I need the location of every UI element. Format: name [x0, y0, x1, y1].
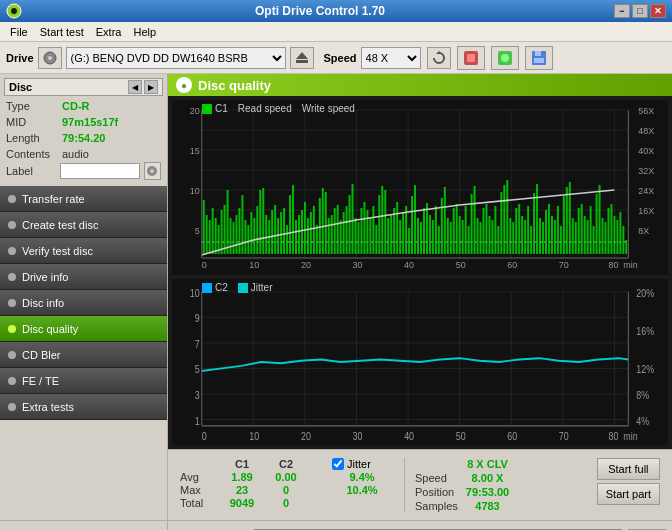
maximize-button[interactable]: □	[632, 4, 648, 18]
svg-rect-87	[298, 215, 300, 254]
label-settings-btn[interactable]	[144, 162, 161, 180]
nav-fe-te[interactable]: FE / TE	[0, 368, 167, 394]
svg-rect-162	[521, 216, 523, 254]
nav-create-test-disc[interactable]: Create test disc	[0, 212, 167, 238]
svg-rect-177	[566, 187, 568, 254]
svg-rect-76	[265, 215, 267, 254]
svg-rect-61	[221, 210, 223, 254]
disc-mid-row: MID 97m15s17f	[4, 114, 163, 130]
toolbar-btn-1[interactable]	[457, 46, 485, 70]
svg-rect-89	[304, 202, 306, 254]
minimize-button[interactable]: −	[614, 4, 630, 18]
svg-rect-122	[402, 212, 404, 254]
svg-text:20: 20	[301, 260, 311, 270]
svg-rect-67	[238, 208, 240, 254]
nav-extra-tests[interactable]: Extra tests	[0, 394, 167, 420]
nav-dot	[8, 377, 16, 385]
nav-cd-bler[interactable]: CD Bler	[0, 342, 167, 368]
svg-text:60: 60	[507, 430, 517, 442]
svg-text:80: 80	[608, 430, 618, 442]
svg-rect-124	[408, 228, 410, 254]
svg-rect-166	[533, 193, 535, 254]
menu-start-test[interactable]: Start test	[34, 24, 90, 40]
svg-rect-147	[477, 218, 479, 254]
disc-contents-row: Contents audio	[4, 146, 163, 162]
refresh-button[interactable]	[427, 47, 451, 69]
nav-dot	[8, 299, 16, 307]
menu-extra[interactable]: Extra	[90, 24, 128, 40]
toolbar-btn-2[interactable]	[491, 46, 519, 70]
svg-rect-169	[542, 222, 544, 254]
chart1-container: C1 Read speed Write speed	[172, 100, 668, 275]
svg-rect-136	[444, 187, 446, 254]
avg-jitter: 9.4%	[332, 471, 392, 483]
charts-area: C1 Read speed Write speed	[168, 96, 672, 449]
menu-file[interactable]: File	[4, 24, 34, 40]
legend-jitter: Jitter	[238, 282, 273, 293]
svg-rect-91	[310, 212, 312, 254]
svg-rect-170	[545, 210, 547, 254]
svg-rect-125	[411, 196, 413, 254]
close-button[interactable]: ✕	[650, 4, 666, 18]
legend-c2: C2	[202, 282, 228, 293]
save-button[interactable]	[525, 46, 553, 70]
disc-section: Disc ◀ ▶ Type CD-R MID 97m15s17f Length …	[0, 74, 167, 184]
speed-select[interactable]: 48 X	[361, 47, 421, 69]
total-label: Total	[180, 497, 216, 509]
svg-rect-12	[535, 51, 541, 56]
chart1-svg: 20 15 10 5 56X 48X 40X 32X 24X 16X 8X 0	[172, 100, 668, 275]
svg-rect-161	[518, 204, 520, 254]
status-window-btn[interactable]: Status window >>	[0, 521, 168, 530]
jitter-checkbox[interactable]	[332, 458, 344, 470]
drive-select[interactable]: (G:) BENQ DVD DD DW1640 BSRB	[66, 47, 286, 69]
svg-rect-146	[474, 186, 476, 254]
svg-point-15	[150, 169, 154, 173]
type-value: CD-R	[62, 98, 90, 114]
svg-rect-128	[420, 222, 422, 254]
disc-next-btn[interactable]: ▶	[144, 80, 158, 94]
drive-icon-btn[interactable]	[38, 47, 62, 69]
length-label: Length	[6, 130, 58, 146]
nav-drive-info[interactable]: Drive info	[0, 264, 167, 290]
disc-quality-icon: ●	[176, 77, 192, 93]
svg-rect-55	[203, 200, 205, 254]
svg-rect-145	[471, 194, 473, 254]
svg-text:40: 40	[404, 260, 414, 270]
disc-prev-btn[interactable]: ◀	[128, 80, 142, 94]
type-label: Type	[6, 98, 58, 114]
nav-verify-test-disc[interactable]: Verify test disc	[0, 238, 167, 264]
max-c1: 23	[220, 484, 264, 496]
svg-text:10: 10	[190, 287, 200, 299]
svg-rect-68	[241, 195, 243, 254]
svg-rect-137	[447, 218, 449, 254]
nav-disc-info[interactable]: Disc info	[0, 290, 167, 316]
svg-rect-182	[581, 204, 583, 254]
menu-help[interactable]: Help	[127, 24, 162, 40]
speed-stats: 8 X CLV Avg Speed 8.00 X Position 79:53.…	[404, 458, 509, 512]
label-input[interactable]	[60, 163, 140, 179]
svg-rect-117	[387, 218, 389, 254]
nav-disc-quality[interactable]: Disc quality	[0, 316, 167, 342]
title-bar: Opti Drive Control 1.70 − □ ✕	[0, 0, 672, 22]
disc-length-row: Length 79:54.20	[4, 130, 163, 146]
nav-transfer-rate[interactable]: Transfer rate	[0, 186, 167, 212]
svg-text:30: 30	[353, 260, 363, 270]
svg-rect-96	[325, 192, 327, 254]
drive-bar: Drive (G:) BENQ DVD DD DW1640 BSRB Speed…	[0, 42, 672, 74]
svg-rect-95	[322, 188, 324, 254]
disc-header: Disc ◀ ▶	[4, 78, 163, 96]
nav-dot	[8, 221, 16, 229]
svg-rect-163	[524, 220, 526, 254]
svg-rect-64	[230, 218, 232, 254]
start-full-button[interactable]: Start full	[597, 458, 660, 480]
svg-rect-78	[271, 210, 273, 254]
svg-rect-180	[575, 222, 577, 254]
mid-value: 97m15s17f	[62, 114, 118, 130]
svg-rect-187	[596, 194, 598, 254]
svg-rect-127	[417, 218, 419, 254]
svg-text:min: min	[623, 260, 637, 270]
svg-text:min: min	[623, 430, 638, 442]
eject-button[interactable]	[290, 47, 314, 69]
start-part-button[interactable]: Start part	[597, 483, 660, 505]
svg-point-10	[501, 54, 509, 62]
